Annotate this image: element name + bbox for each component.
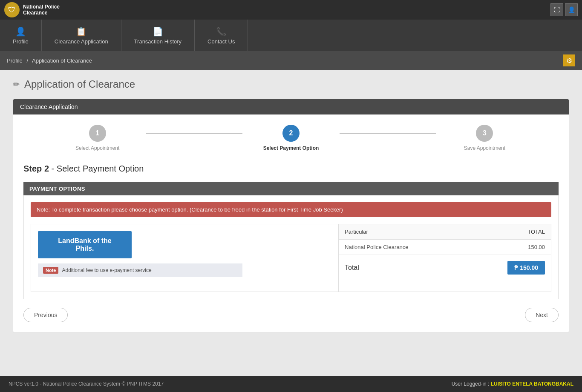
- step-item-1: 1 Select Appointment: [49, 125, 146, 151]
- version-text: NPCS ver1.0 - National Police Clearance …: [9, 381, 164, 387]
- user-name: LUISITO ENTELA BATONGBAKAL: [491, 381, 573, 387]
- logo: 🛡 National Police Clearance: [4, 2, 60, 17]
- step-label-2: Select Payment Option: [263, 145, 319, 151]
- profile-icon: 👤: [15, 26, 26, 37]
- previous-button[interactable]: Previous: [23, 308, 68, 322]
- footer-buttons: Previous Next: [23, 299, 559, 322]
- total-amount-cell: ₱ 150.00: [467, 255, 551, 281]
- clearance-icon: 📋: [76, 26, 86, 37]
- nav-item-contact[interactable]: 📞 Contact Us: [195, 20, 248, 51]
- step-item-3: 3 Save Appointment: [436, 125, 533, 151]
- breadcrumb-separator: /: [26, 57, 28, 64]
- payment-options-section: PAYMENT OPTIONS Note: To complete transa…: [23, 182, 559, 299]
- nav-item-profile[interactable]: 👤 Profile: [0, 20, 42, 51]
- bottom-bar: NPCS ver1.0 - National Police Clearance …: [0, 376, 582, 392]
- step-number: Step 2: [23, 164, 49, 173]
- page-title: Application of Clearance: [24, 78, 135, 90]
- payment-right: Particular TOTAL National Police Clearan…: [338, 224, 551, 292]
- payment-content: LandBank of the Phils. Note Additional f…: [31, 224, 551, 292]
- card-header: Clearance Application: [13, 99, 569, 114]
- nav-label-clearance: Clearance Application: [55, 38, 108, 45]
- section-body: Note: To complete transaction please cho…: [23, 195, 559, 299]
- step-circle-1: 1: [89, 125, 106, 142]
- contact-icon: 📞: [216, 26, 227, 37]
- main-content: ✏ Application of Clearance Clearance App…: [0, 70, 582, 376]
- user-prefix: User Logged-in :: [452, 381, 490, 387]
- settings-button[interactable]: ⚙: [563, 54, 575, 66]
- top-bar: 🛡 National Police Clearance ⛶ 👤: [0, 0, 582, 20]
- note-banner-text: Note: To complete transaction please cho…: [37, 206, 343, 213]
- row-amount: 150.00: [467, 240, 551, 255]
- stepper: 1 Select Appointment 2 Select Payment Op…: [23, 125, 559, 151]
- logo-icon: 🛡: [4, 2, 20, 17]
- note-row: Note Additional fee to use e-payment ser…: [38, 263, 242, 277]
- step-heading: Step 2 - Select Payment Option: [23, 164, 559, 174]
- section-header: PAYMENT OPTIONS: [23, 182, 559, 195]
- nav-label-transaction: Transaction History: [134, 38, 182, 45]
- step-line-1: [146, 133, 242, 134]
- main-card: Clearance Application 1 Select Appointme…: [13, 99, 569, 333]
- total-row: Total ₱ 150.00: [339, 255, 551, 281]
- breadcrumb-bar: Profile / Application of Clearance ⚙: [0, 51, 582, 70]
- nav-item-transaction[interactable]: 📄 Transaction History: [121, 20, 195, 51]
- col-total: TOTAL: [467, 224, 551, 240]
- page-title-section: ✏ Application of Clearance: [13, 78, 569, 90]
- edit-icon: ✏: [13, 79, 20, 89]
- step-description: - Select Payment Option: [52, 164, 144, 173]
- row-particular: National Police Clearance: [339, 240, 467, 255]
- nav-item-clearance[interactable]: 📋 Clearance Application: [42, 20, 121, 51]
- note-banner: Note: To complete transaction please cho…: [31, 202, 551, 217]
- step-item-2: 2 Select Payment Option: [242, 125, 339, 151]
- breadcrumb-home[interactable]: Profile: [7, 57, 23, 64]
- top-bar-controls: ⛶ 👤: [550, 3, 578, 16]
- nav-bar: 👤 Profile 📋 Clearance Application 📄 Tran…: [0, 20, 582, 51]
- step-circle-3: 3: [476, 125, 493, 142]
- transaction-icon: 📄: [153, 26, 163, 37]
- total-label: Total: [339, 255, 467, 281]
- fullscreen-button[interactable]: ⛶: [550, 3, 563, 16]
- breadcrumb-current: Application of Clearance: [32, 57, 92, 64]
- card-header-label: Clearance Application: [20, 103, 78, 110]
- note-tag: Note: [43, 267, 58, 274]
- step-label-1: Select Appointment: [75, 145, 119, 151]
- card-body: 1 Select Appointment 2 Select Payment Op…: [13, 114, 569, 332]
- total-table: Particular TOTAL National Police Clearan…: [339, 224, 551, 280]
- user-info: User Logged-in : LUISITO ENTELA BATONGBA…: [452, 381, 573, 387]
- col-particular: Particular: [339, 224, 467, 240]
- payment-left: LandBank of the Phils. Note Additional f…: [31, 224, 338, 292]
- nav-label-profile: Profile: [13, 38, 29, 45]
- logo-text: National Police Clearance: [23, 4, 60, 16]
- step-label-3: Save Appointment: [464, 145, 505, 151]
- breadcrumb: Profile / Application of Clearance: [7, 57, 92, 64]
- table-row: National Police Clearance 150.00: [339, 240, 551, 255]
- step-circle-2: 2: [282, 125, 300, 142]
- note-row-text: Additional fee to use e-payment service: [62, 267, 151, 273]
- total-amount-button: ₱ 150.00: [507, 261, 545, 275]
- user-button[interactable]: 👤: [565, 3, 578, 16]
- nav-label-contact: Contact Us: [207, 38, 235, 45]
- step-line-2: [340, 133, 436, 134]
- next-button[interactable]: Next: [525, 308, 559, 322]
- landbank-button[interactable]: LandBank of the Phils.: [38, 231, 132, 258]
